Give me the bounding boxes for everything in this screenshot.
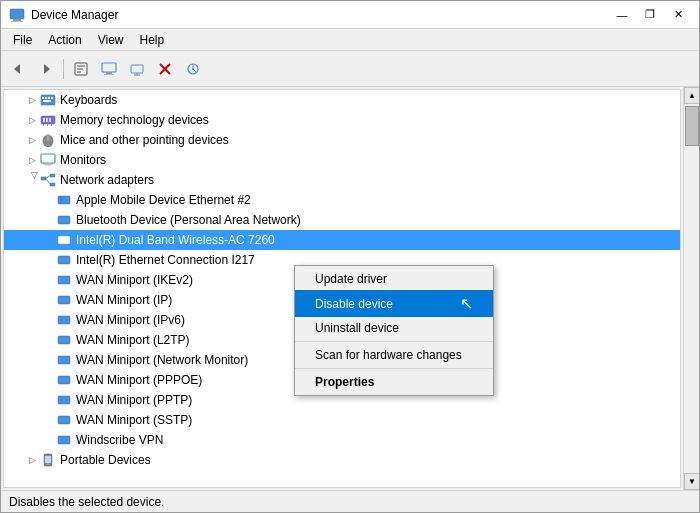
- svg-marker-3: [14, 64, 20, 74]
- ctx-scan-hardware[interactable]: Scan for hardware changes: [295, 344, 493, 366]
- menu-help[interactable]: Help: [132, 31, 173, 49]
- svg-rect-48: [58, 236, 70, 244]
- tree-item-network[interactable]: ▷ Network adapters: [4, 170, 680, 190]
- expand-portable[interactable]: ▷: [24, 452, 40, 468]
- svg-rect-33: [51, 124, 52, 126]
- svg-marker-4: [44, 64, 50, 74]
- expand-memory[interactable]: ▷: [24, 112, 40, 128]
- label-monitors: Monitors: [60, 153, 106, 167]
- tree-item-apple-mobile[interactable]: Apple Mobile Device Ethernet #2: [4, 190, 680, 210]
- label-intel-ethernet: Intel(R) Ethernet Connection I217: [76, 253, 255, 267]
- icon-monitors: [40, 152, 56, 168]
- minimize-button[interactable]: —: [609, 5, 635, 25]
- scan-button[interactable]: [180, 56, 206, 82]
- label-wan-sstp: WAN Miniport (SSTP): [76, 413, 192, 427]
- menu-view[interactable]: View: [90, 31, 132, 49]
- expand-monitors[interactable]: ▷: [24, 152, 40, 168]
- expand-mice[interactable]: ▷: [24, 132, 40, 148]
- ctx-divider-2: [295, 368, 493, 369]
- svg-rect-1: [13, 19, 21, 21]
- icon-memory: [40, 112, 56, 128]
- device-manager-window: Device Manager — ❐ ✕ File Action View He…: [0, 0, 700, 513]
- icon-network: [40, 172, 56, 188]
- tree-item-memory[interactable]: ▷ Memory technology devices: [4, 110, 680, 130]
- expand-intel-wireless: [40, 232, 56, 248]
- label-keyboards: Keyboards: [60, 93, 117, 107]
- svg-rect-53: [58, 336, 70, 344]
- ctx-divider: [295, 341, 493, 342]
- app-icon: [9, 7, 25, 23]
- label-wan-ikev2: WAN Miniport (IKEv2): [76, 273, 193, 287]
- svg-rect-26: [43, 100, 51, 102]
- svg-rect-58: [58, 436, 70, 444]
- svg-rect-45: [58, 196, 70, 204]
- device-tree[interactable]: ▷ Keyboards ▷: [3, 89, 681, 488]
- svg-rect-32: [47, 124, 48, 126]
- scroll-up-button[interactable]: ▲: [684, 87, 699, 104]
- tree-item-windscribe[interactable]: Windscribe VPN: [4, 430, 680, 450]
- tree-item-keyboards[interactable]: ▷ Keyboards: [4, 90, 680, 110]
- svg-rect-49: [58, 256, 70, 264]
- scroll-down-button[interactable]: ▼: [684, 473, 699, 490]
- tree-item-wan-sstp[interactable]: WAN Miniport (SSTP): [4, 410, 680, 430]
- scrollbar-track[interactable]: [684, 104, 699, 473]
- ctx-update-driver[interactable]: Update driver: [295, 268, 493, 290]
- label-portable: Portable Devices: [60, 453, 151, 467]
- label-wan-pppoe: WAN Miniport (PPPOE): [76, 373, 202, 387]
- status-text: Disables the selected device.: [9, 495, 164, 509]
- icon-portable: [40, 452, 56, 468]
- svg-rect-10: [106, 72, 112, 74]
- label-bluetooth: Bluetooth Device (Personal Area Network): [76, 213, 301, 227]
- label-memory: Memory technology devices: [60, 113, 209, 127]
- label-network: Network adapters: [60, 173, 154, 187]
- ctx-properties[interactable]: Properties: [295, 371, 493, 393]
- remove-button[interactable]: [152, 56, 178, 82]
- ctx-disable-device[interactable]: Disable device ↖: [295, 290, 493, 317]
- menu-file[interactable]: File: [5, 31, 40, 49]
- label-apple-mobile: Apple Mobile Device Ethernet #2: [76, 193, 251, 207]
- window-title: Device Manager: [31, 8, 118, 22]
- expand-network[interactable]: ▷: [24, 172, 40, 188]
- tree-item-mice[interactable]: ▷ Mice and other pointing devices: [4, 130, 680, 150]
- computer-button[interactable]: [124, 56, 150, 82]
- icon-wan-ip: [56, 292, 72, 308]
- forward-button[interactable]: [33, 56, 59, 82]
- svg-rect-47: [58, 216, 70, 224]
- icon-keyboards: [40, 92, 56, 108]
- menu-bar: File Action View Help: [1, 29, 699, 51]
- svg-rect-38: [43, 163, 53, 165]
- device-screen-button[interactable]: [96, 56, 122, 82]
- icon-wan-pptp: [56, 392, 72, 408]
- svg-rect-12: [131, 65, 143, 73]
- svg-point-20: [192, 68, 194, 70]
- icon-mice: [40, 132, 56, 148]
- toolbar: [1, 51, 699, 87]
- icon-wan-sstp: [56, 412, 72, 428]
- icon-wan-ikev2: [56, 272, 72, 288]
- back-button[interactable]: [5, 56, 31, 82]
- svg-rect-24: [48, 97, 50, 99]
- close-button[interactable]: ✕: [665, 5, 691, 25]
- tree-item-monitors[interactable]: ▷ Monitors: [4, 150, 680, 170]
- label-wan-ipv6: WAN Miniport (IPv6): [76, 313, 185, 327]
- expand-bluetooth: [40, 212, 56, 228]
- expand-keyboards[interactable]: ▷: [24, 92, 40, 108]
- tree-item-portable[interactable]: ▷ Portable Devices: [4, 450, 680, 470]
- menu-action[interactable]: Action: [40, 31, 89, 49]
- svg-rect-28: [43, 118, 45, 122]
- scrollbar-thumb[interactable]: [685, 106, 699, 146]
- tree-item-bluetooth[interactable]: Bluetooth Device (Personal Area Network): [4, 210, 680, 230]
- ctx-uninstall-device[interactable]: Uninstall device: [295, 317, 493, 339]
- ctx-disable-label: Disable device: [315, 297, 393, 311]
- main-content: ▷ Keyboards ▷: [1, 87, 699, 490]
- icon-wan-l2tp: [56, 332, 72, 348]
- properties-button[interactable]: [68, 56, 94, 82]
- scrollbar[interactable]: ▲ ▼: [683, 87, 699, 490]
- restore-button[interactable]: ❐: [637, 5, 663, 25]
- label-wan-pptp: WAN Miniport (PPTP): [76, 393, 192, 407]
- status-bar: Disables the selected device.: [1, 490, 699, 512]
- tree-item-intel-wireless[interactable]: Intel(R) Dual Band Wireless-AC 7260: [4, 230, 680, 250]
- icon-intel-ethernet: [56, 252, 72, 268]
- svg-rect-41: [50, 174, 55, 177]
- context-menu: Update driver Disable device ↖ Uninstall…: [294, 265, 494, 396]
